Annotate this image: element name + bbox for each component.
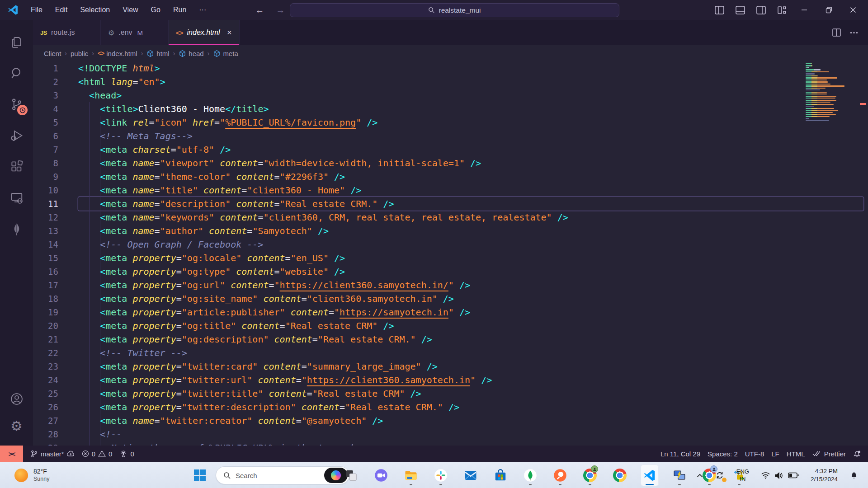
more-actions-icon[interactable]	[850, 32, 858, 34]
forward-arrow-icon[interactable]: →	[276, 5, 285, 15]
line-number[interactable]: 5	[33, 116, 58, 129]
line-number[interactable]: 25	[33, 387, 58, 400]
code-line-28[interactable]: 28 <!--	[33, 427, 868, 441]
taskbar-app-putty[interactable]	[670, 465, 689, 486]
account-button[interactable]	[0, 383, 33, 414]
line-number[interactable]: 7	[33, 143, 58, 156]
breadcrumb-item-public[interactable]: public	[71, 50, 88, 57]
code-line-6[interactable]: 6 <!-- Meta Tags-->	[33, 129, 868, 143]
code-line-2[interactable]: 2<html lang="en">	[33, 75, 868, 89]
split-editor-icon[interactable]	[832, 28, 841, 37]
breadcrumb-item-index-html[interactable]: <>index.html	[98, 50, 137, 57]
encoding[interactable]: UTF-8	[741, 450, 768, 458]
taskbar-app-mongodb-compass[interactable]	[521, 465, 539, 486]
indentation[interactable]: Spaces: 2	[704, 450, 741, 458]
menu-go[interactable]: Go	[146, 4, 166, 16]
taskbar-app-microsoft-store[interactable]	[491, 465, 509, 486]
menu-more[interactable]: ···	[193, 4, 212, 16]
sidebar-item-explorer[interactable]	[0, 26, 33, 57]
formatter-item[interactable]: Prettier	[809, 450, 849, 458]
taskbar-app-chat[interactable]	[372, 465, 390, 486]
weather-widget[interactable]: 82°F Sunny	[10, 462, 54, 488]
taskbar-app-slack[interactable]	[432, 465, 450, 486]
problems-item[interactable]: 0 0	[78, 450, 116, 458]
sidebar-item-source-control[interactable]	[0, 89, 33, 120]
menu-run[interactable]: Run	[168, 4, 192, 16]
git-branch-item[interactable]: master*	[27, 450, 78, 458]
menu-selection[interactable]: Selection	[75, 4, 115, 16]
sidebar-item-mongodb[interactable]	[0, 213, 33, 244]
line-number[interactable]: 22	[33, 346, 58, 360]
code-line-23[interactable]: 23 <meta property="twitter:card" content…	[33, 360, 868, 373]
line-number[interactable]: 9	[33, 170, 58, 183]
code-line-20[interactable]: 20 <meta property="og:title" content="Re…	[33, 319, 868, 333]
line-number[interactable]: 17	[33, 278, 58, 292]
line-number[interactable]: 4	[33, 102, 58, 116]
taskbar-app-postman[interactable]	[551, 465, 569, 486]
line-number[interactable]: 10	[33, 183, 58, 197]
code-line-26[interactable]: 26 <meta property="twitter:description" …	[33, 400, 868, 414]
code-line-29[interactable]: 29 Notice the use of %PUBLIC_URL% in the…	[33, 441, 868, 446]
code-line-16[interactable]: 16 <meta property="og:type" content="web…	[33, 265, 868, 278]
code-line-19[interactable]: 19 <meta property="article:publisher" co…	[33, 305, 868, 319]
sidebar-item-search[interactable]	[0, 57, 33, 89]
line-number[interactable]: 6	[33, 129, 58, 143]
code-line-12[interactable]: 12 <meta name="keywords" content="client…	[33, 211, 868, 224]
line-number[interactable]: 18	[33, 292, 58, 305]
taskbar-app-file-explorer[interactable]	[402, 465, 420, 486]
clock[interactable]: 4:32 PM 2/15/2024	[808, 465, 840, 486]
network-volume-battery[interactable]	[759, 469, 801, 482]
code-editor[interactable]: 1<!DOCTYPE html>2<html lang="en">3 <head…	[33, 61, 868, 446]
menu-view[interactable]: View	[117, 4, 143, 16]
code-line-7[interactable]: 7 <meta charset="utf-8" />	[33, 143, 868, 156]
code-line-24[interactable]: 24 <meta property="twitter:url" content=…	[33, 373, 868, 387]
minimize-button[interactable]	[794, 0, 815, 20]
line-number[interactable]: 12	[33, 211, 58, 224]
code-line-21[interactable]: 21 <meta property="og:description" conte…	[33, 333, 868, 346]
sidebar-item-extensions[interactable]	[0, 151, 33, 182]
line-number[interactable]: 8	[33, 156, 58, 170]
line-number[interactable]: 27	[33, 414, 58, 427]
menu-edit[interactable]: Edit	[50, 4, 73, 16]
taskbar-app-mail[interactable]	[462, 465, 480, 486]
line-number[interactable]: 28	[33, 427, 58, 441]
code-line-14[interactable]: 14 <!-- Open Graph / Facebook -->	[33, 238, 868, 251]
code-line-4[interactable]: 4 <title>Client360 - Home</title>	[33, 102, 868, 116]
code-line-9[interactable]: 9 <meta name="theme-color" content="#229…	[33, 170, 868, 183]
sidebar-item-run-debug[interactable]	[0, 120, 33, 151]
line-number[interactable]: 20	[33, 319, 58, 333]
notification-center[interactable]	[847, 468, 861, 483]
tab-index-html[interactable]: <>index.html✕	[169, 20, 240, 45]
sync-status-icon[interactable]	[712, 468, 727, 483]
line-number[interactable]: 24	[33, 373, 58, 387]
code-line-8[interactable]: 8 <meta name="viewport" content="width=d…	[33, 156, 868, 170]
taskbar-app-widgets[interactable]	[342, 465, 360, 486]
line-number[interactable]: 29	[33, 441, 58, 446]
code-line-15[interactable]: 15 <meta property="og:locale" content="e…	[33, 251, 868, 265]
breadcrumb-item-Client[interactable]: Client	[44, 50, 61, 57]
code-line-27[interactable]: 27 <meta name="twitter:creator" content=…	[33, 414, 868, 427]
code-line-3[interactable]: 3 <head>	[33, 89, 868, 102]
line-number[interactable]: 11	[33, 197, 58, 211]
tab-env[interactable]: ⚙.envM	[101, 20, 169, 45]
taskbar-search[interactable]: Search	[216, 466, 349, 484]
back-arrow-icon[interactable]: ←	[255, 5, 264, 15]
code-line-13[interactable]: 13 <meta name="author" content="Samyotec…	[33, 224, 868, 238]
line-number[interactable]: 23	[33, 360, 58, 373]
tab-route-js[interactable]: JSroute.js	[33, 20, 101, 45]
line-number[interactable]: 1	[33, 61, 58, 75]
line-number[interactable]: 26	[33, 400, 58, 414]
toggle-primary-sidebar-icon[interactable]	[711, 3, 728, 17]
menu-file[interactable]: File	[25, 4, 48, 16]
toggle-secondary-sidebar-icon[interactable]	[752, 3, 769, 17]
line-number[interactable]: 19	[33, 305, 58, 319]
taskbar-app-chrome[interactable]	[611, 465, 629, 486]
line-number[interactable]: 16	[33, 265, 58, 278]
taskbar-app-vscode[interactable]	[641, 465, 659, 486]
code-line-10[interactable]: 10 <meta name="title" content="client360…	[33, 183, 868, 197]
remote-indicator[interactable]: ><	[0, 446, 23, 462]
language-switcher[interactable]: ENG IN	[734, 465, 751, 485]
hidden-icons-chevron[interactable]	[694, 471, 705, 480]
line-number[interactable]: 14	[33, 238, 58, 251]
sidebar-item-remote-explorer[interactable]	[0, 182, 33, 213]
